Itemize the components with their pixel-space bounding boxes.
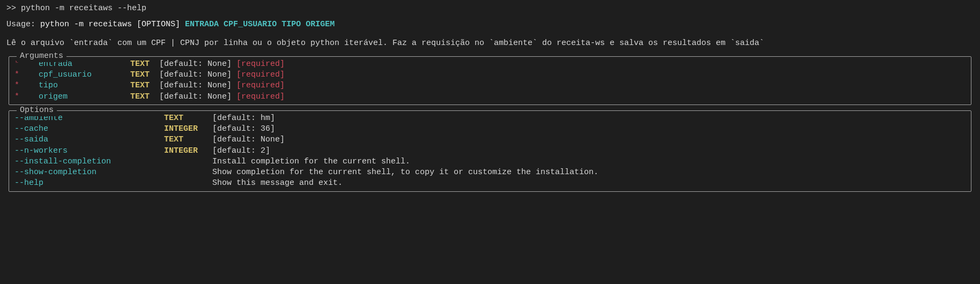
option-type: INTEGER	[164, 146, 212, 155]
argument-required: [required]	[236, 92, 285, 101]
required-star: *	[14, 70, 39, 79]
option-row: --saida TEXT [default: None]	[14, 134, 966, 145]
argument-required: [required]	[236, 70, 285, 79]
usage-command: python -m receitaws	[40, 20, 132, 29]
argument-default: [default: None]	[159, 81, 236, 90]
argument-required: [required]	[236, 81, 285, 90]
option-description: Show this message and exit.	[212, 178, 343, 188]
command-prompt[interactable]: >> python -m receitaws --help	[6, 3, 974, 14]
argument-default: [default: None]	[159, 92, 236, 101]
option-type: TEXT	[164, 135, 212, 144]
arguments-title: Arguments	[17, 51, 66, 62]
option-type: TEXT	[164, 114, 212, 123]
options-title: Options	[17, 105, 57, 116]
argument-type: TEXT	[130, 81, 159, 90]
arguments-panel: Arguments * entrada TEXT [default: None]…	[9, 56, 971, 105]
argument-name: tipo	[39, 81, 130, 90]
option-description: [default: hm]	[212, 114, 275, 123]
option-description: [default: None]	[212, 135, 285, 144]
option-row: --help Show this message and exit.	[14, 178, 966, 189]
option-description: [default: 2]	[212, 146, 270, 155]
argument-type: TEXT	[130, 59, 159, 69]
prompt-text: >> python -m receitaws --help	[6, 4, 146, 13]
option-type	[164, 178, 212, 188]
option-row: --show-completion Show completion for th…	[14, 167, 966, 178]
options-panel: Options --ambiente TEXT [default: hm]--c…	[9, 110, 971, 192]
argument-default: [default: None]	[159, 59, 236, 69]
option-name: --cache	[14, 124, 164, 133]
option-name: --n-workers	[14, 146, 164, 155]
argument-row: * origem TEXT [default: None] [required]	[14, 92, 966, 102]
argument-default: [default: None]	[159, 70, 236, 79]
required-star: *	[14, 92, 39, 101]
option-name: --install-completion	[14, 157, 164, 166]
option-name: --saida	[14, 135, 164, 144]
argument-name: origem	[39, 92, 130, 101]
option-name: --show-completion	[14, 168, 164, 177]
required-star: *	[14, 81, 39, 90]
usage-label: Usage:	[6, 20, 35, 29]
argument-required: [required]	[236, 59, 285, 69]
option-row: --cache INTEGER [default: 36]	[14, 124, 966, 134]
usage-args: ENTRADA CPF_USUARIO TIPO ORIGEM	[185, 20, 335, 29]
argument-type: TEXT	[130, 92, 159, 101]
argument-row: * cpf_usuario TEXT [default: None] [requ…	[14, 70, 966, 80]
option-row: --ambiente TEXT [default: hm]	[14, 113, 966, 124]
option-description: [default: 36]	[212, 124, 275, 133]
option-name: --help	[14, 178, 164, 188]
argument-row: * tipo TEXT [default: None] [required]	[14, 80, 966, 91]
option-row: --install-completion Install completion …	[14, 156, 966, 167]
argument-type: TEXT	[130, 70, 159, 79]
option-description: Show completion for the current shell, t…	[212, 168, 598, 177]
option-type: INTEGER	[164, 124, 212, 133]
description-text: Lê o arquivo `entrada` com um CPF | CPNJ…	[6, 38, 974, 49]
option-row: --n-workers INTEGER [default: 2]	[14, 146, 966, 156]
usage-options-tag: [OPTIONS]	[137, 20, 180, 29]
option-description: Install completion for the current shell…	[212, 157, 410, 166]
argument-row: * entrada TEXT [default: None] [required…	[14, 59, 966, 70]
option-type	[164, 168, 212, 177]
usage-line: Usage: python -m receitaws [OPTIONS] ENT…	[6, 19, 974, 30]
option-type	[164, 157, 212, 166]
argument-name: cpf_usuario	[39, 70, 130, 79]
